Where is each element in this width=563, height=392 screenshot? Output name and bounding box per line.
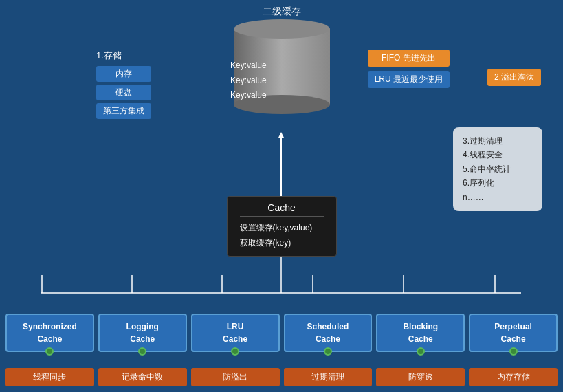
kv-line-1: Key:value [230,58,267,74]
kv-section: Key:value Key:value Key:value [230,58,267,103]
cache-method-set: 设置缓存(key,value) [240,221,324,236]
scheduled-cache-dot [324,347,332,356]
info-line-2: 4.线程安全 [463,148,533,162]
blocking-cache-label: BlockingCache [403,322,438,344]
perpetual-cache-label: PerpetualCache [494,322,532,344]
evict-label: 2.溢出淘汰 [487,69,541,86]
perpetual-cache-dot [509,347,518,356]
lru-cache-dot [231,347,239,356]
scheduled-cache-label: ScheduledCache [307,322,349,344]
lru-cache-card: LRUCache [191,314,280,352]
storage-third-party: 第三方集成 [96,103,151,119]
scheduled-cache-card: ScheduledCache [284,314,373,352]
svg-marker-1 [278,132,284,138]
cards-row: SynchronizedCache LoggingCache LRUCache … [5,314,558,352]
storage-disk: 硬盘 [96,85,151,100]
info-box: 3.过期清理 4.线程安全 5.命中率统计 6.序列化 n…… [453,127,542,211]
blocking-cache-card: BlockingCache [376,314,465,352]
logging-cache-dot [138,347,146,356]
logging-cache-label: LoggingCache [126,322,159,344]
synchronized-cache-card: SynchronizedCache [5,314,94,352]
blocking-cache-dot [417,347,425,356]
cache-method-get: 获取缓存(key) [240,236,324,251]
info-line-1: 3.过期清理 [463,134,533,148]
label-overflow: 防溢出 [191,368,280,386]
storage-section: 1.存储 内存 硬盘 第三方集成 [96,50,151,119]
algo-section: FIFO 先进先出 LRU 最近最少使用 [368,50,450,92]
db-top [234,19,330,39]
synchronized-cache-label: SynchronizedCache [23,322,77,344]
storage-buttons: 内存 硬盘 第三方集成 [96,66,151,119]
perpetual-cache-card: PerpetualCache [469,314,558,352]
storage-prefix-label: 1.存储 [96,50,151,62]
label-thread-sync: 线程同步 [5,368,94,386]
storage-memory: 内存 [96,66,151,82]
label-memory-store: 内存存储 [469,368,558,386]
labels-row: 线程同步 记录命中数 防溢出 过期清理 防穿透 内存存储 [5,368,558,386]
info-line-4: 6.序列化 [463,176,533,190]
label-expire: 过期清理 [284,368,373,386]
cache-box-methods: 设置缓存(key,value) 获取缓存(key) [240,221,324,250]
info-line-3: 5.命中率统计 [463,162,533,176]
kv-line-2: Key:value [230,74,267,89]
synchronized-cache-dot [45,347,54,356]
kv-line-3: Key:value [230,88,267,103]
cache-interface-box: Cache 设置缓存(key,value) 获取缓存(key) [227,196,337,257]
fifo-button: FIFO 先进先出 [368,50,450,67]
label-log-hits: 记录命中数 [98,368,187,386]
info-line-5: n…… [463,190,533,204]
lru-cache-label: LRUCache [223,322,247,344]
cache-box-title: Cache [240,202,324,217]
lru-button: LRU 最近最少使用 [368,71,450,88]
db-label: 二级缓存 [227,6,337,18]
logging-cache-card: LoggingCache [98,314,187,352]
label-penetration: 防穿透 [376,368,465,386]
